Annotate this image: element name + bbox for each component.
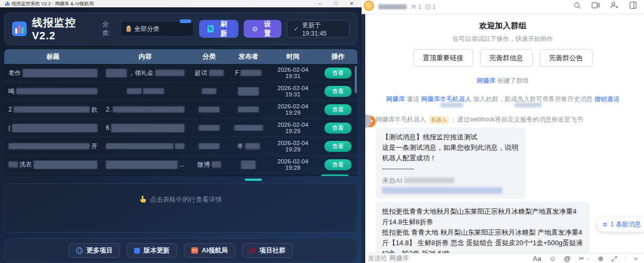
message-footer-fragment: 来自AI: [382, 176, 402, 186]
table-scrollbar[interactable]: [355, 66, 357, 93]
clipboard-icon: [126, 26, 131, 32]
detail-panel: 点击表格中的行查看详情: [4, 183, 357, 233]
redacted-patches: [362, 104, 644, 108]
format-icon[interactable]: Aa: [533, 255, 541, 262]
view-button[interactable]: 查看: [324, 68, 352, 79]
column-header-title: 标题: [4, 52, 102, 61]
view-button[interactable]: 查看: [324, 86, 352, 97]
new-messages-button[interactable]: 1 条新消息: [597, 217, 644, 232]
row-publisher-fragment: F: [235, 69, 239, 76]
table-row[interactable]: 2款 2. 2026-02-04 19:29 查看: [4, 101, 357, 119]
refresh-label: 刷新: [217, 19, 230, 38]
user-link[interactable]: 网赚库: [477, 77, 496, 84]
complete-announcement-button[interactable]: 完善群公告: [540, 49, 593, 67]
inviter-link[interactable]: 网赚库: [386, 95, 405, 103]
redacted-block: [127, 88, 141, 94]
redacted-block: [175, 143, 184, 149]
category-value: 全部分类: [134, 25, 159, 34]
settings-button[interactable]: ⚙ 设置: [244, 20, 282, 38]
maximize-button[interactable]: □: [328, 0, 344, 7]
row-publisher-fragment: 半: [237, 142, 244, 151]
check-icon: ✓: [293, 25, 299, 32]
revoke-invite-link[interactable]: 撤销邀请: [594, 95, 619, 103]
close-button[interactable]: ✕: [344, 0, 359, 7]
table-row[interactable]: 喝 2026-02-04 19:31 查看: [4, 82, 357, 101]
table-row[interactable]: 洗衣 ... 微博 2026-02-04 19:28 查看: [4, 156, 357, 174]
bot-name: 网赚库羊毛机器人: [376, 115, 426, 124]
message-text: 抵扣更低青青大地秋月梨山东莱阳正宗秋月冰糖梨产地直发净重4斤14.8生鲜8折券 …: [382, 206, 583, 253]
expand-icon[interactable]: ⤢: [612, 255, 617, 262]
detail-hint-text: 点击表格中的行查看详情: [150, 195, 222, 204]
bot-message-group: 网赚库羊毛机器人 机器人 | 通过webhook将自定义服务的消息推送至飞书 【…: [376, 115, 644, 253]
new-messages-label: 1 条新消息: [610, 220, 641, 229]
view-button[interactable]: 查看: [324, 159, 352, 170]
row-time: 2026-02-04 19:29: [267, 103, 319, 116]
table-row[interactable]: 老作 ，领礼金 超话 F 2026-02-04 19:31 查看: [4, 64, 357, 82]
redacted-block: [245, 143, 260, 149]
row-category-fragment: 微博: [198, 160, 210, 169]
complete-group-info-button[interactable]: 完善群信息: [480, 49, 533, 67]
plus-icon[interactable]: ⊕: [598, 255, 604, 262]
version-update-button[interactable]: 版本更新: [127, 243, 177, 258]
sidebar-pane-icon[interactable]: [629, 2, 637, 9]
send-icon[interactable]: ➤: [633, 255, 639, 262]
chevron-down-icon[interactable]: ⌄: [586, 256, 590, 261]
refresh-button[interactable]: ↻ 刷新: [199, 20, 238, 38]
mention-icon[interactable]: @: [564, 255, 571, 262]
redacted-block: [14, 106, 90, 113]
invitee-link[interactable]: 网赚库羊毛机器人: [421, 95, 472, 103]
scissors-icon[interactable]: ✂: [578, 255, 584, 262]
app-icon: [5, 2, 9, 6]
video-call-icon[interactable]: [592, 2, 600, 9]
row-time: 2026-02-04 19:31: [267, 85, 319, 97]
view-button[interactable]: 查看: [324, 123, 352, 134]
bot-badge: 机器人: [429, 116, 449, 124]
report-table: 标题 内容 分类 发布者 时间 操作 老作 ，领礼金 超话 F 2026-02-…: [4, 49, 357, 176]
message-bubble[interactable]: 抵扣更低青青大地秋月梨山东莱阳正宗秋月冰糖梨产地直发净重4斤14.8生鲜8折券 …: [376, 202, 590, 253]
category-select[interactable]: 全部分类: [121, 21, 193, 37]
minimize-button[interactable]: ─: [312, 0, 328, 7]
pinned-count[interactable]: 1: [425, 4, 435, 10]
redacted-block: [8, 143, 90, 149]
message-composer[interactable]: 发送给 网赚库 Aa ☺ @ ✂⌄ ⊕ ⤢ ➤: [362, 253, 644, 263]
view-button[interactable]: 查看: [324, 141, 352, 152]
search-icon[interactable]: [573, 2, 581, 9]
window-titlebar: 线报监控系统 V2.2 - 网赚库 & AI领航局 ─ □ ✕: [0, 0, 362, 7]
pointing-hand-icon: [140, 195, 146, 203]
row-title-fragment: (: [8, 124, 10, 132]
row-content-fragment: ，领礼金: [128, 69, 154, 78]
emoji-icon[interactable]: ☺: [549, 255, 556, 262]
gear-icon: ⚙: [252, 25, 258, 33]
group-avatar[interactable]: [364, 1, 374, 11]
screen: 线报监控系统 V2.2 - 网赚库 & AI领航局 ─ □ ✕ 线报监控 V2.…: [0, 0, 644, 263]
table-row[interactable]: 开 半 2026-02-04 19:29 查看: [4, 137, 357, 156]
version-icon: [134, 248, 140, 254]
pin-link-button[interactable]: 置顶重要链接: [413, 49, 473, 67]
window-edge-strip: [362, 14, 365, 263]
system-message-create: 网赚库 创建了群组: [362, 76, 644, 85]
divider: [625, 255, 625, 261]
clipped-table-row: [4, 174, 357, 176]
redacted-block: [241, 160, 256, 169]
bot-message-header: 网赚库羊毛机器人 机器人 | 通过webhook将自定义服务的消息推送至飞书: [376, 115, 644, 124]
group-name-redacted: [378, 4, 407, 9]
community-button[interactable]: 项目社群: [242, 243, 293, 258]
row-title-fragment: 洗衣: [19, 160, 32, 169]
scroll-indicator[interactable]: [245, 179, 262, 181]
message-bubble[interactable]: 【测试消息】线报监控推送测试 这是一条测试消息，如果您收到此消息，说明机器人配置…: [376, 127, 526, 199]
chat-header: 1 1: [362, 0, 644, 14]
more-projects-button[interactable]: 更多项目: [69, 243, 120, 258]
row-time: 2026-02-04 19:28: [267, 158, 319, 171]
redacted-block: [241, 70, 261, 76]
members-icon: [411, 4, 417, 10]
table-row[interactable]: ( 6 2026-02-04 19:29 查看: [4, 119, 357, 137]
row-category-fragment: 超话: [195, 69, 208, 78]
ai-hub-button[interactable]: AI领航局: [184, 243, 235, 258]
chat-message-list[interactable]: 欢迎加入群组 你可以尝试以下操作，快速开始协作 置顶重要链接 完善群信息 完善群…: [362, 14, 644, 253]
row-title-fragment: 老作: [8, 69, 21, 78]
redacted-block: [106, 160, 178, 169]
member-count[interactable]: 1: [411, 4, 421, 10]
composer-placeholder: 发送给 网赚库: [368, 254, 409, 263]
view-button[interactable]: 查看: [324, 104, 352, 115]
add-member-icon[interactable]: [610, 2, 619, 9]
